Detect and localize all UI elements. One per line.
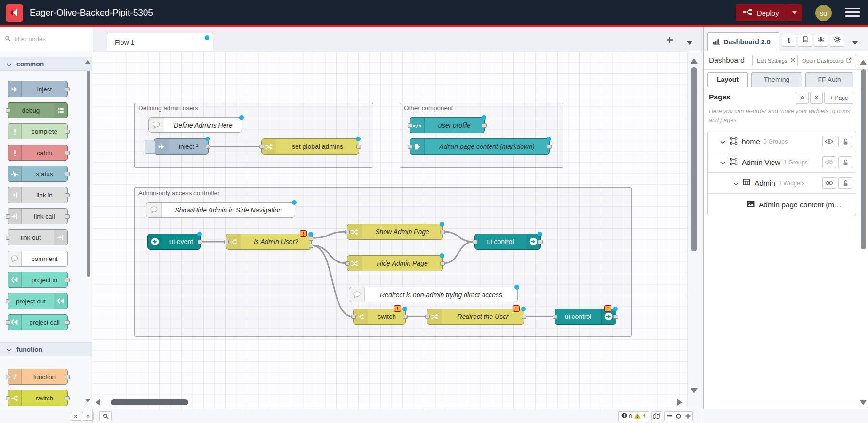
search-flows-button[interactable] xyxy=(99,411,112,421)
info-tab-button[interactable]: i xyxy=(782,34,796,47)
minimap-button[interactable] xyxy=(651,411,662,421)
sidebar-scrollbar-thumb[interactable] xyxy=(861,69,866,249)
comment-node-0[interactable]: Define Admins Here xyxy=(148,117,242,133)
debug-tab-button[interactable] xyxy=(814,34,828,47)
port-in[interactable] xyxy=(224,240,229,244)
comment-node-11[interactable]: Redirect is non-admin trying direct acce… xyxy=(349,287,518,302)
unlock-button[interactable] xyxy=(838,156,852,168)
expand-all-button[interactable] xyxy=(810,92,823,104)
add-page-button[interactable]: + Page xyxy=(824,92,853,104)
palette-node-debug[interactable]: debug xyxy=(8,102,68,118)
flow-node-8[interactable]: Show Admin Page xyxy=(347,224,443,240)
port-out[interactable] xyxy=(538,240,543,244)
port-in[interactable] xyxy=(408,123,412,128)
port-out[interactable] xyxy=(547,145,552,149)
port-in[interactable] xyxy=(6,299,10,303)
tab-layout[interactable]: Layout xyxy=(707,72,748,87)
port-out[interactable] xyxy=(356,145,361,149)
palette-node-project-out[interactable]: project out xyxy=(8,293,68,309)
collapse-all-button[interactable] xyxy=(796,92,809,104)
palette-node-switch[interactable]: switch xyxy=(8,390,68,406)
palette-node-comment[interactable]: comment xyxy=(8,251,68,267)
palette-node-link-call[interactable]: link call xyxy=(8,208,68,224)
tree-row-admin[interactable]: Admin1 Widgets xyxy=(708,173,856,194)
port-in[interactable] xyxy=(6,108,10,113)
port-out[interactable] xyxy=(482,123,487,128)
palette-node-catch[interactable]: catch xyxy=(8,145,68,161)
inject-button[interactable] xyxy=(145,140,155,154)
palette-node-link-out[interactable]: link out xyxy=(8,229,68,245)
flow-node-3[interactable]: </>user profile xyxy=(410,117,485,133)
wire[interactable] xyxy=(312,245,347,263)
canvas-vscrollbar-thumb[interactable] xyxy=(691,67,697,251)
flow-node-9[interactable]: Hide Admin Page xyxy=(347,255,443,271)
port-out[interactable] xyxy=(65,278,70,282)
comment-node-5[interactable]: Show/Hide Admin in Side Navigation xyxy=(146,202,295,218)
scroll-left-icon[interactable] xyxy=(96,399,100,407)
palette-collapse-button[interactable] xyxy=(70,412,81,421)
port-in[interactable] xyxy=(345,261,350,266)
scroll-up-icon[interactable] xyxy=(691,57,698,65)
port-out[interactable] xyxy=(309,236,313,241)
flow-node-13[interactable]: Redirect the User! xyxy=(427,309,524,325)
wire[interactable] xyxy=(312,232,347,238)
unlock-button[interactable] xyxy=(838,136,852,147)
chevron-down-icon[interactable] xyxy=(733,179,739,187)
port-out[interactable] xyxy=(613,315,618,319)
port-out[interactable] xyxy=(206,145,210,149)
port-out[interactable] xyxy=(65,130,70,134)
port-in[interactable] xyxy=(408,145,412,149)
palette-filter-input[interactable] xyxy=(14,35,77,43)
wire[interactable] xyxy=(312,245,353,317)
palette-node-inject[interactable]: inject xyxy=(8,81,68,97)
port-in[interactable] xyxy=(6,375,10,379)
help-tab-button[interactable] xyxy=(798,34,812,47)
port-out[interactable] xyxy=(65,396,70,400)
port-in[interactable] xyxy=(6,320,10,325)
unlock-button[interactable] xyxy=(838,177,852,189)
palette-scroll-up-icon[interactable] xyxy=(85,57,91,66)
flow-node-14[interactable]: ui control! xyxy=(555,309,616,325)
tree-row-admin-page-content-m-[interactable]: Admin page content (m… xyxy=(708,194,856,216)
palette-node-complete[interactable]: complete xyxy=(8,123,68,139)
palette-category-function[interactable]: function xyxy=(0,342,92,356)
tab-flow-1[interactable]: Flow 1 xyxy=(107,33,213,51)
wire[interactable] xyxy=(443,242,474,263)
scroll-right-icon[interactable] xyxy=(677,399,682,407)
port-out[interactable] xyxy=(65,87,70,91)
tree-row-home[interactable]: home0 Groups xyxy=(708,131,856,152)
port-in[interactable] xyxy=(351,315,356,319)
port-in[interactable] xyxy=(425,315,430,319)
zoom-out-button[interactable] xyxy=(665,412,674,421)
eye-slash-button[interactable] xyxy=(822,156,836,168)
port-out[interactable] xyxy=(440,261,445,266)
port-out[interactable] xyxy=(65,214,70,219)
port-out[interactable] xyxy=(65,193,70,197)
sidebar-scroll-down-icon[interactable] xyxy=(860,399,867,407)
add-flow-button[interactable] xyxy=(666,36,673,45)
flow-list-caret[interactable] xyxy=(687,38,692,47)
port-in[interactable] xyxy=(553,315,557,319)
tab-dashboard-2[interactable]: Dashboard 2.0 xyxy=(707,32,779,51)
port-out[interactable] xyxy=(65,320,70,325)
port-out[interactable] xyxy=(65,151,70,155)
zoom-reset-button[interactable] xyxy=(674,412,683,421)
tree-row-admin-view[interactable]: Admin View1 Groups xyxy=(708,152,856,173)
chevron-down-icon[interactable] xyxy=(720,138,725,146)
canvas-hscrollbar-thumb[interactable] xyxy=(111,399,188,405)
notifications-badge[interactable]: 0 4 xyxy=(618,411,649,421)
flowfuse-logo-icon[interactable] xyxy=(6,4,23,22)
port-out[interactable] xyxy=(309,244,313,248)
main-menu-button[interactable] xyxy=(845,8,860,19)
sidebar-tabs-caret[interactable] xyxy=(852,38,858,47)
port-in[interactable] xyxy=(6,236,10,240)
deploy-options-caret[interactable] xyxy=(787,4,802,21)
port-out[interactable] xyxy=(522,315,526,319)
tab-theming[interactable]: Theming xyxy=(751,72,802,87)
port-out[interactable] xyxy=(198,240,202,244)
flow-node-2[interactable]: set global.admins xyxy=(261,138,359,155)
tab-ff-auth[interactable]: FF Auth xyxy=(805,72,853,87)
port-out[interactable] xyxy=(403,315,408,319)
eye-button[interactable] xyxy=(822,136,836,147)
port-in[interactable] xyxy=(473,240,477,244)
